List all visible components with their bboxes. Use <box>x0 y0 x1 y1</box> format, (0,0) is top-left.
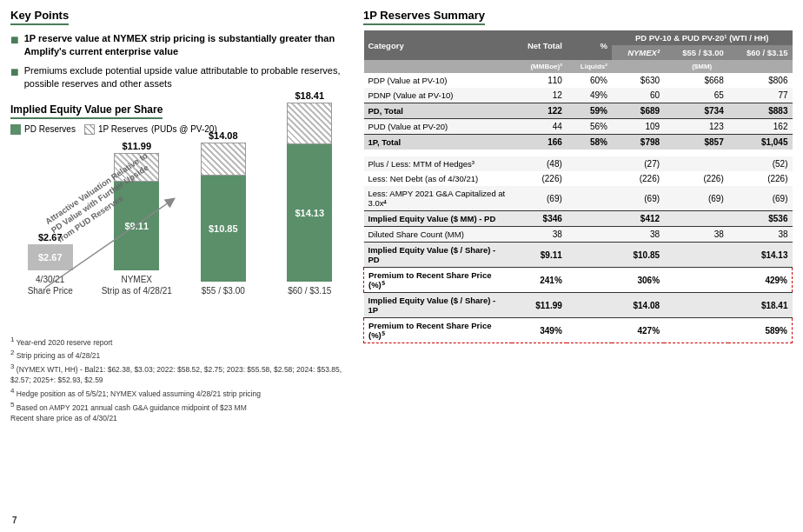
bar-bottom-1: NYMEXStrip as of 4/28/21 <box>102 274 172 296</box>
key-point-2-text: Premiums exclude potential upside value … <box>24 64 349 91</box>
header-row-1: Category Net Total % PD PV-10 & PUD PV-2… <box>364 30 793 45</box>
bar-wrapper-0: $2.67 <box>28 244 73 270</box>
cell-net-total-5: (48) <box>512 153 567 171</box>
subheader-col2: $60 / $3.15 <box>728 45 793 60</box>
cell-pct-11 <box>567 268 612 293</box>
cell-col2-1: 77 <box>728 88 793 103</box>
table-row-2: PD, Total12259%$689$734$883 <box>364 103 793 119</box>
cell-nymex-11: 306% <box>612 268 664 293</box>
subheader-nymex: NYMEX² <box>612 45 664 60</box>
legend-ip-label: 1P Reserves <box>98 124 148 134</box>
cell-pct-8 <box>567 211 612 227</box>
bar-wrapper-2: $10.85 <box>201 143 246 282</box>
cell-net-total-2: 122 <box>512 103 567 119</box>
cell-pct-3: 56% <box>567 119 612 135</box>
chart-section-title: Implied Equity Value per Share <box>10 103 163 119</box>
cell-nymex-5: (27) <box>612 153 664 171</box>
fn-3: 3 (NYMEX WTI, HH) - Bal21: $62.38, $3.03… <box>10 362 349 386</box>
cell-category-1: PDNP (Value at PV-10) <box>364 88 512 103</box>
footnotes: 1 Year-end 2020 reserve report 2 Strip p… <box>10 335 349 424</box>
bar-wrapper-3: $14.13 <box>287 103 332 282</box>
subheader-liquids: Liquids² <box>567 60 612 73</box>
cell-pct-5 <box>567 153 612 171</box>
table-row-0: PDP (Value at PV-10)11060%$630$668$806 <box>364 73 793 88</box>
cell-col2-13: 589% <box>728 318 793 343</box>
cell-net-total-6: (226) <box>512 171 567 186</box>
bar-wrapper-1: $9.11 <box>114 153 159 270</box>
bar-gray-0: $2.67 <box>28 244 73 270</box>
cell-category-5: Plus / Less: MTM of Hedges³ <box>364 153 512 171</box>
fn-1: 1 Year-end 2020 reserve report <box>10 335 349 349</box>
cell-nymex-7: (69) <box>612 186 664 211</box>
table-row-5: Plus / Less: MTM of Hedges³(48)(27)(52) <box>364 153 793 171</box>
cell-col2-3: 162 <box>728 119 793 135</box>
bar-hatch-3 <box>287 103 332 144</box>
legend-pd-icon <box>10 124 21 135</box>
cell-pct-9 <box>567 227 612 243</box>
subheader-category-empty <box>364 60 512 73</box>
bar-group-1: $11.99 $9.11 NYMEXStrip as of 4/28/21 <box>97 141 177 296</box>
table-row-7: Less: AMPY 2021 G&A Capitalized at 3.0x⁴… <box>364 186 793 211</box>
key-points-title: Key Points <box>10 9 69 25</box>
bar-top-label-0: $2.67 <box>38 232 63 243</box>
cell-category-12: Implied Equity Value ($ / Share) - 1P <box>364 293 512 318</box>
right-panel: 1P Reserves Summary Category Net Total %… <box>363 9 793 523</box>
cell-net-total-11: 241% <box>512 268 567 293</box>
cell-net-total-0: 110 <box>512 73 567 88</box>
reserves-table: Category Net Total % PD PV-10 & PUD PV-2… <box>363 30 793 343</box>
legend-pd: PD Reserves <box>10 124 76 135</box>
legend-pd-label: PD Reserves <box>24 124 76 134</box>
bar-bottom-0: 4/30/21Share Price <box>28 274 73 296</box>
cell-col1-3: 123 <box>664 119 728 135</box>
bar-group-2: $14.08 $10.85 $55 / $3.00 <box>183 130 263 296</box>
cell-category-7: Less: AMPY 2021 G&A Capitalized at 3.0x⁴ <box>364 186 512 211</box>
cell-nymex-13: 427% <box>612 318 664 343</box>
cell-nymex-9: 38 <box>612 227 664 243</box>
cell-category-13: Premium to Recent Share Price (%)⁵ <box>364 318 512 343</box>
bar-group-3: $18.41 $14.13 $60 / $3.15 <box>270 90 350 296</box>
cell-category-3: PUD (Value at PV-20) <box>364 119 512 135</box>
cell-col2-0: $806 <box>728 73 793 88</box>
reserves-title: 1P Reserves Summary <box>363 9 485 25</box>
col-pct-header: % <box>567 30 612 60</box>
cell-col1-4: $857 <box>664 135 728 154</box>
bar-group-0: $2.67 $2.67 4/30/21Share Price <box>10 232 90 296</box>
subheader-col1: $55 / $3.00 <box>664 45 728 60</box>
subheader-mmboe: (MMBoe)² <box>512 60 567 73</box>
table-row-11: Premium to Recent Share Price (%)⁵241%30… <box>364 268 793 293</box>
left-panel: Key Points ■ 1P reserve value at NYMEX s… <box>10 9 349 523</box>
table-row-8: Implied Equity Value ($ MM) - PD$346$412… <box>364 211 793 227</box>
table-row-4: 1P, Total16658%$798$857$1,045 <box>364 135 793 154</box>
chart-container: Attractive Valuation Relative to PD Valu… <box>10 140 349 331</box>
col-pv-header: PD PV-10 & PUD PV-20¹ (WTI / HH) <box>612 30 793 45</box>
cell-net-total-13: 349% <box>512 318 567 343</box>
key-point-1: ■ 1P reserve value at NYMEX strip pricin… <box>10 32 349 59</box>
cell-pct-2: 59% <box>567 103 612 119</box>
fn-4: 4 Hedge position as of 5/5/21; NYMEX val… <box>10 386 349 400</box>
cell-pct-4: 58% <box>567 135 612 154</box>
cell-col1-7: (69) <box>664 186 728 211</box>
col-net-total-header: Net Total <box>512 30 567 60</box>
cell-col1-5 <box>664 153 728 171</box>
cell-col1-11 <box>664 268 728 293</box>
cell-category-2: PD, Total <box>364 103 512 119</box>
cell-col2-9: 38 <box>728 227 793 243</box>
key-point-2: ■ Premiums exclude potential upside valu… <box>10 64 349 91</box>
cell-col2-11: 429% <box>728 268 793 293</box>
cell-col2-6: (226) <box>728 171 793 186</box>
cell-col2-2: $883 <box>728 103 793 119</box>
cell-pct-13 <box>567 318 612 343</box>
bar-green-1: $9.11 <box>114 182 159 270</box>
table-row-1: PDNP (Value at PV-10)1249%606577 <box>364 88 793 103</box>
cell-pct-6 <box>567 171 612 186</box>
cell-col1-12 <box>664 293 728 318</box>
cell-nymex-3: 109 <box>612 119 664 135</box>
cell-net-total-12: $11.99 <box>512 293 567 318</box>
cell-category-4: 1P, Total <box>364 135 512 154</box>
cell-category-10: Implied Equity Value ($ / Share) - PD <box>364 243 512 268</box>
bar-bottom-3: $60 / $3.15 <box>288 285 331 296</box>
cell-net-total-1: 12 <box>512 88 567 103</box>
cell-col2-5: (52) <box>728 153 793 171</box>
fn-2: 2 Strip pricing as of 4/28/21 <box>10 348 349 362</box>
col-category-header: Category <box>364 30 512 60</box>
